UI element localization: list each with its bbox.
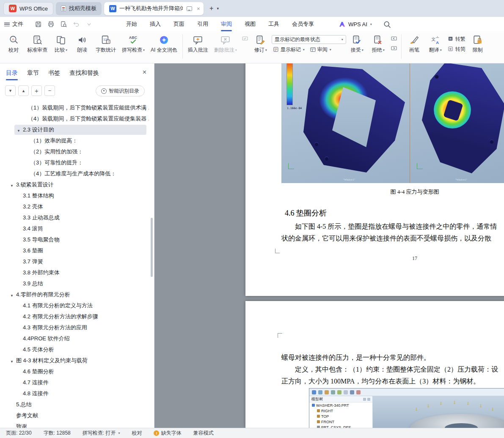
toc-item[interactable]: 图 4-3 材料定义及约束与载荷 (0, 355, 149, 366)
read-aloud-button[interactable]: 朗读 (72, 33, 92, 55)
spell-check-toggle[interactable]: 拼写检查: 打开 (83, 430, 120, 437)
compat-mode-indicator[interactable]: 兼容模式 (193, 430, 213, 437)
toc-item[interactable]: 4.零部件的有限元分析 (0, 289, 149, 300)
tab-list-chevron-icon[interactable] (217, 6, 219, 11)
close-tab-icon[interactable] (197, 5, 200, 12)
insert-comment-button[interactable]: 插入批注 (185, 33, 211, 55)
tab-start[interactable]: 开始 (126, 20, 137, 28)
show-markup-button[interactable]: 显示标记 (272, 46, 306, 54)
collapse-all-button[interactable] (44, 85, 55, 96)
toc-item[interactable]: 3.5 导电聚合物 (0, 234, 149, 245)
track-changes-button[interactable]: 修订 (251, 33, 271, 55)
print-preview-button[interactable] (59, 20, 68, 28)
new-tab-button[interactable] (207, 4, 216, 13)
toc-item[interactable]: 4.6 垫圈分析 (0, 366, 149, 377)
review-pane-button[interactable]: 审阅 (308, 46, 333, 54)
wps-ai-button[interactable]: WPS AI (339, 17, 372, 31)
toc-item-label: 3.3 止动器总成 (23, 214, 60, 222)
toc-item[interactable]: 3.8 外部约束体 (0, 267, 149, 278)
toc-item[interactable]: （4）工艺难度与生产成本的降低： (0, 168, 149, 179)
toc-item[interactable]: 5.总结 (0, 399, 149, 410)
toc-item[interactable]: 致谢 (0, 421, 149, 428)
reject-revision-button[interactable]: 拒绝 (368, 33, 388, 55)
toc-item[interactable]: 4.3 有限元分析方法的应用 (0, 322, 149, 333)
tab-member[interactable]: 会员专享 (292, 20, 314, 28)
spell-check-button[interactable]: ABC 拼写检查 (119, 33, 147, 55)
expand-triangle-icon[interactable] (17, 127, 23, 133)
expand-triangle-icon[interactable] (10, 358, 16, 364)
to-traditional-button[interactable]: 简 转繁 (446, 35, 467, 43)
document-page-17[interactable]: 1.166e-04 "Window1" "Window1" 图 4-4 应力与变… (245, 63, 504, 296)
toc-item[interactable]: 3.9 总结 (0, 278, 149, 289)
page-indicator[interactable]: 页面: 22/30 (6, 430, 32, 437)
translate-button[interactable]: 文A 翻译 (425, 33, 446, 55)
close-sidebar-icon[interactable] (143, 68, 146, 76)
document-canvas[interactable]: 1.166e-04 "Window1" "Window1" 图 4-4 应力与变… (154, 63, 504, 428)
toc-item[interactable]: 4.2 有限元分析方法的求解步骤 (0, 311, 149, 322)
markup-state-select[interactable]: 显示标记的最终状态 (272, 35, 346, 44)
tab-insert[interactable]: 插入 (150, 20, 161, 28)
file-menu-button[interactable]: 文件 (4, 17, 23, 31)
tab-page[interactable]: 页面 (174, 20, 185, 28)
toc-item[interactable]: （1）装载期间，后下货舱锁紧装置应能提供术满 … (0, 102, 149, 113)
toc-item[interactable]: 3.7 弹簧 (0, 256, 149, 267)
word-count-indicator[interactable]: 字数: 12858 (44, 430, 71, 437)
tab-tools[interactable]: 工具 (268, 20, 279, 28)
document-tab[interactable]: 一种飞机勘务地井升降箱体限 (104, 2, 204, 15)
toc-item[interactable]: 4.5 壳体分析 (0, 344, 149, 355)
sidebar-tab-find-replace[interactable]: 查找和替换 (69, 69, 99, 77)
toc-item[interactable]: 3.2 壳体 (0, 201, 149, 212)
restrict-editing-button[interactable]: 限制 (468, 33, 488, 55)
proofread-status[interactable]: 校对 (132, 430, 142, 437)
toc-item[interactable]: 3.3 止动器总成 (0, 212, 149, 223)
compare-button[interactable]: 比较 (51, 33, 71, 55)
next-revision-button[interactable] (389, 44, 399, 53)
previous-revision-button[interactable] (389, 35, 399, 43)
cad-toolbar-icon (337, 390, 342, 394)
document-page-18[interactable]: 螺母对被连接件的压力，是一种十分常见的部件。 定义，其中包含：（1）约束：垫圈整… (245, 301, 504, 428)
proofread-button[interactable]: A 校对 (3, 33, 24, 55)
toc-item[interactable]: 4.4PROE 软件介绍 (0, 333, 149, 344)
to-simplified-button[interactable]: 繁 转简 (446, 45, 467, 53)
toc-item[interactable]: （1）效率的提高： (0, 135, 149, 146)
save-button[interactable] (34, 20, 42, 28)
toc-item[interactable]: 4.7 连接件 (0, 377, 149, 388)
toc-item[interactable]: 3.6 垫圈 (0, 245, 149, 256)
tab-view[interactable]: 视图 (245, 20, 256, 28)
expand-all-button[interactable] (31, 85, 42, 96)
sidebar-tab-bookmarks[interactable]: 书签 (48, 69, 60, 77)
expand-triangle-icon[interactable] (10, 292, 16, 298)
missing-font-warning[interactable]: 缺失字体 (154, 430, 181, 437)
toc-item[interactable]: 4.8 连接件 (0, 388, 149, 399)
toc-item[interactable]: （3）可靠性的提升： (0, 157, 149, 168)
ink-brush-button[interactable]: 画笔 (404, 33, 424, 55)
toc-item[interactable]: 3.锁紧装置设计 (0, 179, 149, 190)
sidebar-tab-chapters[interactable]: 章节 (27, 69, 39, 77)
toc-item[interactable]: （4）装载期间，后下货舱锁紧装置应能使集装器 … (0, 113, 149, 124)
accept-revision-button[interactable]: 接受 (347, 33, 367, 55)
search-button[interactable] (383, 20, 391, 29)
standard-review-button[interactable]: 标准审查 (25, 33, 50, 55)
tab-review[interactable]: 审阅 (221, 20, 232, 28)
toc-item[interactable]: 3.1 整体结构 (0, 190, 149, 201)
figure-stress-deformation-image[interactable]: 1.166e-04 "Window1" "Window1" (281, 63, 504, 183)
figure-cad-screenshot-image[interactable]: 模型树 WASHER-340.PRT RIGHT TOP (309, 388, 504, 428)
toc-item[interactable]: （2）实用性的加强： (0, 146, 149, 157)
tree-item-label: WASHER-340.PRT (316, 403, 349, 408)
sidebar-scrollbar-thumb[interactable] (151, 218, 153, 277)
toc-item[interactable]: 2.3 设计目的 (0, 124, 149, 135)
wps-office-tab[interactable]: WPS Office (3, 2, 53, 15)
word-count-button[interactable]: 123 字数统计 (93, 33, 118, 55)
collapse-prev-button[interactable] (18, 85, 29, 96)
template-store-tab[interactable]: 找稻壳模板 (56, 2, 102, 15)
print-button[interactable] (47, 20, 55, 28)
tab-reference[interactable]: 引用 (197, 20, 208, 28)
smart-toc-button[interactable]: 智能识别目录 (96, 85, 145, 96)
ai-polish-button[interactable]: AI 全文润色 (148, 33, 180, 55)
toc-item[interactable]: 参考文献 (0, 410, 149, 421)
expand-next-button[interactable] (5, 85, 16, 96)
sidebar-tab-contents[interactable]: 目录 (6, 69, 18, 77)
toc-item[interactable]: 3.4 滚筒 (0, 223, 149, 234)
expand-triangle-icon[interactable] (10, 182, 16, 188)
toc-item[interactable]: 4.1 有限元分析的定义与方法 (0, 300, 149, 311)
